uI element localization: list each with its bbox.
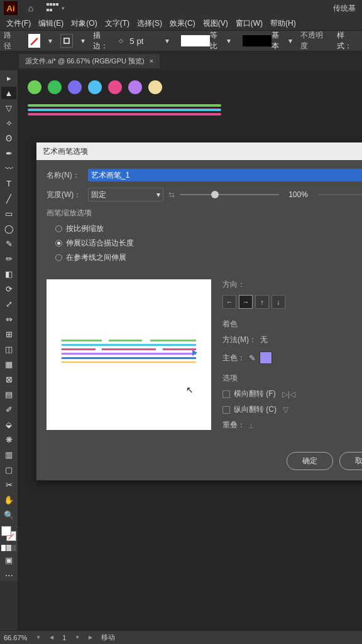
pencil-tool[interactable]: ✏ bbox=[1, 252, 16, 265]
eyedropper-icon[interactable]: ✎ bbox=[249, 353, 256, 363]
curvature-tool[interactable]: 〰 bbox=[1, 162, 16, 174]
fill-stroke-control[interactable] bbox=[1, 526, 16, 541]
next-artboard-icon[interactable]: ▶ bbox=[89, 635, 92, 640]
stroke-dropdown-icon[interactable]: ▾ bbox=[78, 34, 88, 48]
method-value[interactable]: 无 bbox=[260, 335, 268, 345]
toolbar: ▸ ▲ ▽ ✧ ʘ ✒ 〰 T ╱ ▭ ◯ ✎ ✏ ◧ ⟳ ⤢ ⇔ ⊞ ◫ ▦ … bbox=[0, 70, 18, 581]
width-tool[interactable]: ⇔ bbox=[1, 313, 16, 325]
zoom-value[interactable]: 66.67% bbox=[4, 634, 27, 641]
free-transform-tool[interactable]: ⊞ bbox=[1, 328, 16, 340]
overlap-label: 重叠： bbox=[222, 420, 245, 431]
direction-down-button[interactable]: ↓ bbox=[272, 295, 285, 309]
workspace-label[interactable]: 传统基 bbox=[333, 3, 356, 14]
menu-window[interactable]: 窗口(W) bbox=[232, 17, 266, 30]
mesh-tool[interactable]: ⊠ bbox=[1, 373, 16, 385]
chevron-down-icon[interactable]: ▼ bbox=[75, 635, 80, 640]
fill-dropdown-icon[interactable]: ▾ bbox=[45, 34, 55, 48]
paintbrush-tool[interactable]: ✎ bbox=[1, 237, 16, 250]
screen-mode-icon[interactable]: ▣ bbox=[1, 554, 16, 566]
type-tool[interactable]: T bbox=[1, 177, 16, 190]
brush-def-swatch[interactable] bbox=[243, 35, 271, 46]
palette-circle bbox=[148, 80, 162, 94]
profile-swatch[interactable] bbox=[181, 35, 209, 46]
cancel-button[interactable]: 取 bbox=[339, 452, 362, 470]
menu-view[interactable]: 视图(V) bbox=[199, 17, 232, 30]
stroke-stepper-icon[interactable]: ◇ bbox=[119, 38, 123, 44]
ok-button[interactable]: 确定 bbox=[287, 452, 333, 470]
gradient-tool[interactable]: ▤ bbox=[1, 388, 16, 400]
brush-name-input[interactable] bbox=[88, 169, 362, 181]
menu-effect[interactable]: 效果(C) bbox=[166, 17, 199, 30]
scale-option-stretch[interactable]: 伸展以适合描边长度 bbox=[47, 238, 362, 249]
zoom-tool[interactable]: 🔍 bbox=[1, 508, 16, 521]
artboard-tool[interactable]: ▢ bbox=[1, 463, 16, 476]
blend-tool[interactable]: ⬙ bbox=[1, 418, 16, 431]
rectangle-tool[interactable]: ▭ bbox=[1, 207, 16, 220]
menu-type[interactable]: 文字(T) bbox=[101, 17, 133, 30]
menu-edit[interactable]: 编辑(E) bbox=[35, 17, 67, 30]
width-mode-select[interactable]: 固定 ▾ bbox=[88, 188, 163, 201]
direction-right-button[interactable]: → bbox=[239, 295, 253, 309]
stroke-weight-dropdown[interactable]: ▾ bbox=[162, 34, 172, 48]
opacity-label[interactable]: 不透明度 bbox=[300, 30, 327, 51]
stroke-swatch[interactable] bbox=[60, 34, 73, 48]
shape-builder-tool[interactable]: ◫ bbox=[1, 343, 16, 355]
color-mode-icons[interactable] bbox=[1, 545, 16, 551]
name-label: 名称(N)： bbox=[47, 170, 83, 181]
document-tab-title: 源文件.ai* @ 66.67% (RGB/GPU 预览) bbox=[25, 56, 145, 66]
toolbar-handle[interactable]: ▸ bbox=[1, 72, 16, 84]
selection-type-label: 路径 bbox=[4, 30, 17, 51]
palette-circle bbox=[128, 80, 142, 94]
perspective-tool[interactable]: ▦ bbox=[1, 358, 16, 370]
pen-tool[interactable]: ✒ bbox=[1, 147, 16, 159]
symbol-sprayer-tool[interactable]: ❋ bbox=[1, 433, 16, 446]
home-icon[interactable]: ⌂ bbox=[24, 3, 38, 13]
prev-artboard-icon[interactable]: ◀ bbox=[50, 635, 53, 640]
chevron-down-icon[interactable]: ▼ bbox=[36, 635, 41, 640]
flip-v-icon: ▽ bbox=[283, 405, 288, 414]
eyedropper-tool[interactable]: ✐ bbox=[1, 403, 16, 416]
eraser-tool[interactable]: ◧ bbox=[1, 267, 16, 280]
direction-left-button[interactable]: ← bbox=[222, 295, 236, 309]
width-label: 宽度(W)： bbox=[47, 190, 83, 200]
brush-def-dropdown-icon[interactable]: ▾ bbox=[285, 34, 295, 48]
link-icon[interactable]: ⇆ bbox=[168, 190, 175, 199]
layout-grid-icon[interactable] bbox=[47, 3, 59, 13]
scale-option-proportional[interactable]: 按比例缩放 bbox=[47, 223, 362, 234]
chevron-down-icon[interactable]: ▾ bbox=[62, 5, 65, 11]
direct-selection-tool[interactable]: ▽ bbox=[1, 102, 16, 114]
slider-thumb[interactable] bbox=[211, 191, 219, 198]
ellipse-tool[interactable]: ◯ bbox=[1, 222, 16, 235]
line-tool[interactable]: ╱ bbox=[1, 192, 16, 205]
stroke-weight-input[interactable] bbox=[128, 35, 157, 47]
menu-help[interactable]: 帮助(H) bbox=[266, 17, 300, 30]
artboard-index[interactable]: 1 bbox=[62, 634, 66, 641]
slice-tool[interactable]: ✂ bbox=[1, 478, 16, 491]
document-tab[interactable]: 源文件.ai* @ 66.67% (RGB/GPU 预览) × bbox=[19, 54, 160, 68]
close-icon[interactable]: × bbox=[150, 57, 153, 65]
keycolor-label: 主色： bbox=[222, 353, 245, 363]
profile-label: 等比 bbox=[210, 30, 223, 51]
edit-toolbar-icon[interactable]: ⋯ bbox=[1, 569, 16, 581]
direction-up-button[interactable]: ↑ bbox=[255, 295, 269, 309]
menu-object[interactable]: 对象(O) bbox=[67, 17, 101, 30]
selection-tool[interactable]: ▲ bbox=[1, 87, 16, 99]
fill-swatch[interactable] bbox=[28, 34, 40, 48]
flip-vertical-checkbox[interactable]: 纵向翻转 (C) ▽ bbox=[222, 404, 362, 415]
lasso-tool[interactable]: ʘ bbox=[1, 132, 16, 144]
graph-tool[interactable]: ▥ bbox=[1, 448, 16, 461]
overlap-icon[interactable]: ⟂ bbox=[249, 421, 253, 430]
keycolor-swatch[interactable] bbox=[260, 352, 272, 364]
menu-file[interactable]: 文件(F) bbox=[3, 17, 35, 30]
rotate-tool[interactable]: ⟳ bbox=[1, 282, 16, 295]
menu-select[interactable]: 选择(S) bbox=[133, 17, 166, 30]
width-slider[interactable] bbox=[180, 194, 279, 195]
magic-wand-tool[interactable]: ✧ bbox=[1, 117, 16, 129]
scale-tool[interactable]: ⤢ bbox=[1, 298, 16, 310]
profile-dropdown-icon[interactable]: ▾ bbox=[224, 34, 234, 48]
scale-option-guides[interactable]: 在参考线之间伸展 bbox=[47, 252, 362, 263]
hand-tool[interactable]: ✋ bbox=[1, 493, 16, 506]
dialog-title: 艺术画笔选项 bbox=[36, 142, 362, 160]
flip-horizontal-checkbox[interactable]: 横向翻转 (F) ▷|◁ bbox=[222, 389, 362, 399]
style-label[interactable]: 样式： bbox=[337, 30, 357, 51]
